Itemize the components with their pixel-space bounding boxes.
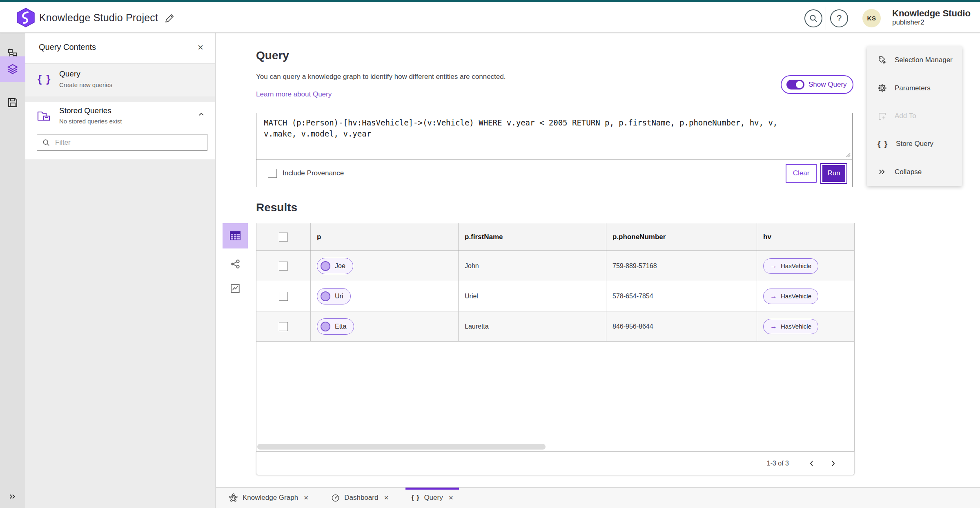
row-checkbox[interactable] [279,292,288,301]
help-button[interactable]: ? [830,9,848,27]
column-header-firstname[interactable]: p.firstName [465,233,503,241]
parameters-item[interactable]: Parameters [867,74,962,102]
resize-grip-icon[interactable] [846,152,851,157]
chevron-left-icon [808,460,815,467]
stored-queries-filter-input[interactable]: Filter [37,134,207,151]
brand-name: Knowledge Studio [892,8,971,18]
edge-arrow-icon: → [770,292,777,300]
stored-queries-subtitle: No stored queries exist [59,118,122,125]
stored-queries-section: Stored Queries No stored queries exist F… [25,102,215,159]
hasvehicle-edge-pill[interactable]: → HasVehicle [763,258,818,274]
edge-label: HasVehicle [781,262,811,269]
learn-more-link[interactable]: Learn more about Query [256,90,332,98]
curly-braces-icon: { } [878,139,888,148]
row-checkbox[interactable] [279,262,288,271]
store-query-item[interactable]: { } Store Query [867,130,962,158]
include-provenance-checkbox[interactable] [268,169,277,178]
run-button[interactable]: Run [820,163,847,184]
next-page-button[interactable] [822,454,844,473]
dashboard-gauge-icon [331,494,340,502]
firstname-cell: Uriel [465,293,478,300]
pagination-bar: 1-3 of 3 [256,452,855,475]
show-query-toggle[interactable]: Show Query [781,75,853,94]
sidebar-item-query[interactable]: { } Query Create new queries [25,64,215,96]
table-header-row: p p.firstName p.phoneNumber hv [256,223,854,251]
query-textarea[interactable]: MATCH (p:Person)-[hv:HasVehicle]->(v:Veh… [256,113,852,159]
horizontal-scrollbar[interactable] [257,444,546,450]
save-nav-button[interactable] [0,90,25,115]
account-info: Knowledge Studio publisher2 [892,8,971,27]
person-node-pill[interactable]: Etta [317,318,354,335]
collapse-item[interactable]: Collapse [867,158,962,186]
person-node-label: Etta [335,323,346,330]
curly-braces-icon: { } [38,73,51,85]
graph-view-button[interactable] [223,251,248,277]
panel-section-gap [25,96,215,102]
double-chevron-right-icon [8,492,17,501]
person-node-label: Uri [335,293,343,300]
person-node-pill[interactable]: Uri [317,288,351,304]
bottom-tab-bar: Knowledge Graph × Dashboard × { } Query … [216,487,980,508]
pagination-range: 1-3 of 3 [767,460,789,467]
curly-braces-icon: { } [411,494,419,501]
table-view-button[interactable] [223,223,248,248]
tab-knowledge-graph[interactable]: Knowledge Graph × [223,488,314,508]
edge-arrow-icon: → [770,322,777,331]
tab-query[interactable]: { } Query × [405,488,459,508]
person-node-icon [321,261,330,271]
query-layers-nav-button[interactable] [0,56,25,82]
chart-view-icon [230,283,241,294]
menu-item-label: Collapse [895,168,922,176]
user-avatar[interactable]: KS [862,9,881,27]
tab-label: Dashboard [344,494,378,502]
edge-label: HasVehicle [781,323,811,330]
page-description: You can query a knowledge graph to ident… [256,73,506,81]
select-all-cell [256,223,311,251]
hasvehicle-edge-pill[interactable]: → HasVehicle [763,319,818,334]
tab-close-icon[interactable]: × [449,493,453,502]
search-button[interactable] [804,9,822,27]
menu-item-label: Selection Manager [895,56,953,64]
query-contents-panel: Query Contents × { } Query Create new qu… [25,33,216,508]
page-title: Query [256,49,289,62]
query-card-footer: Include Provenance Clear Run [256,159,852,187]
edit-title-icon[interactable] [165,13,175,23]
menu-item-label: Store Query [896,140,933,148]
results-title: Results [256,201,297,214]
query-text: MATCH (p:Person)-[hv:HasVehicle]->(v:Veh… [264,117,792,139]
tab-close-icon[interactable]: × [304,493,308,502]
table-row: Uri Uriel 578-654-7854 → HasVehicle [256,281,854,311]
menu-item-label: Add To [895,112,916,120]
query-tools-panel: Selection Manager Parameters Add [867,46,962,186]
edge-label: HasVehicle [781,293,811,300]
column-header-phonenumber[interactable]: p.phoneNumber [612,233,666,241]
column-header-hv[interactable]: hv [763,233,771,241]
tab-label: Query [424,494,443,502]
clear-button[interactable]: Clear [786,164,817,183]
column-header-p[interactable]: p [317,233,321,241]
chevron-right-icon [829,460,837,467]
layers-icon [7,63,18,75]
stored-queries-folder-icon [37,109,51,123]
previous-page-button[interactable] [801,454,822,473]
expand-rail-button[interactable] [0,488,25,505]
tab-label: Knowledge Graph [243,494,298,502]
selection-manager-item[interactable]: Selection Manager [867,46,962,74]
left-icon-rail [0,33,25,508]
row-checkbox[interactable] [279,322,288,331]
menu-item-label: Parameters [895,84,931,92]
select-all-checkbox[interactable] [279,233,288,242]
collapse-section-chevron-up-icon[interactable] [196,110,206,119]
tab-dashboard[interactable]: Dashboard × [325,488,394,508]
firstname-cell: John [465,262,479,270]
panel-close-button[interactable]: × [193,40,208,55]
topbar-divider [826,7,826,30]
tab-close-icon[interactable]: × [384,493,388,502]
hasvehicle-edge-pill[interactable]: → HasVehicle [763,289,818,304]
include-provenance-label: Include Provenance [283,169,344,177]
query-item-subtitle: Create new queries [59,81,112,88]
table-row: Joe John 759-889-57168 → HasVehicle [256,251,854,281]
person-node-pill[interactable]: Joe [317,258,353,274]
filter-placeholder: Filter [55,139,71,147]
chart-view-button[interactable] [223,276,248,301]
